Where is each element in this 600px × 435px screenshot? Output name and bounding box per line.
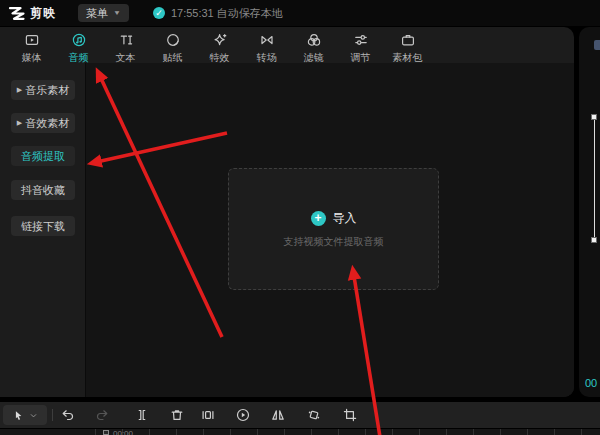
tab-filter[interactable]: 滤镜 <box>290 27 337 63</box>
media-icon <box>24 32 40 48</box>
import-label: 导入 <box>333 210 357 227</box>
player-panel: 00 <box>579 27 600 397</box>
clip-thumb-icon <box>103 430 109 435</box>
crop-button[interactable] <box>342 407 358 423</box>
cursor-icon <box>12 409 25 422</box>
crop-icon <box>342 407 358 423</box>
trash-icon <box>169 407 185 423</box>
autosave-check-icon: ✓ <box>153 7 165 19</box>
mirror-icon <box>270 407 286 423</box>
split-button[interactable] <box>134 407 150 423</box>
redo-icon <box>95 407 111 423</box>
timeline-ruler: 00:00 <box>95 429 600 435</box>
sidebar-item-label: 链接下载 <box>21 219 65 234</box>
text-icon <box>118 32 134 48</box>
selection-box-edge <box>594 117 595 240</box>
selection-handle[interactable] <box>591 114 597 120</box>
player-header-icon <box>594 40 600 50</box>
tab-effects[interactable]: 特效 <box>196 27 243 63</box>
expand-chevron-icon: ▶ <box>17 119 22 127</box>
tab-bar: 媒体音频文本贴纸特效转场滤镜调节素材包 <box>0 27 574 63</box>
chevron-down-icon: ▼ <box>113 9 121 16</box>
freeze-frame-icon <box>200 407 216 423</box>
audio-icon <box>71 32 87 48</box>
sidebar-item-label: 音乐素材 <box>25 83 69 98</box>
tab-package[interactable]: 素材包 <box>384 27 431 63</box>
import-hint: 支持视频文件提取音频 <box>284 235 384 249</box>
package-icon <box>400 32 416 48</box>
freeze-button[interactable] <box>200 407 216 423</box>
reverse-button[interactable] <box>235 407 251 423</box>
rotate-button[interactable] <box>306 407 322 423</box>
redo-button[interactable] <box>95 407 111 423</box>
top-bar: 剪映 菜单 ▼ ✓ 17:55:31 自动保存本地 <box>0 0 600 26</box>
expand-chevron-icon: ▶ <box>17 86 22 94</box>
tab-audio[interactable]: 音频 <box>55 27 102 63</box>
ruler-start-label: 00:00 <box>113 429 133 435</box>
sidebar-item-label: 音频提取 <box>21 149 65 164</box>
sidebar-item-label: 音效素材 <box>25 116 69 131</box>
tab-text[interactable]: 文本 <box>102 27 149 63</box>
split-icon <box>134 407 150 423</box>
delete-button[interactable] <box>169 407 185 423</box>
menu-label: 菜单 <box>86 6 108 21</box>
filter-icon <box>306 32 322 48</box>
select-tool-button[interactable] <box>3 405 47 425</box>
undo-button[interactable] <box>59 407 75 423</box>
tab-transition[interactable]: 转场 <box>243 27 290 63</box>
sticker-icon <box>165 32 181 48</box>
autosave-status: 17:55:31 自动保存本地 <box>171 6 283 21</box>
sidebar-item-sfx-material[interactable]: ▶音效素材 <box>11 113 75 133</box>
app-name: 剪映 <box>30 5 56 22</box>
app-logo-icon <box>8 6 25 21</box>
play-circle-icon <box>235 407 251 423</box>
toolbar-divider <box>52 409 53 421</box>
menu-button[interactable]: 菜单 ▼ <box>78 4 129 22</box>
resource-panel: 媒体音频文本贴纸特效转场滤镜调节素材包 ▶音乐素材▶音效素材音频提取抖音收藏链接… <box>0 27 574 397</box>
tab-sticker[interactable]: 贴纸 <box>149 27 196 63</box>
mirror-button[interactable] <box>270 407 286 423</box>
sidebar-item-label: 抖音收藏 <box>21 183 65 198</box>
import-row: + 导入 <box>311 210 357 227</box>
sidebar: ▶音乐素材▶音效素材音频提取抖音收藏链接下载 <box>0 63 86 397</box>
undo-icon <box>59 407 75 423</box>
timeline-toolbar <box>0 402 600 428</box>
autosave-status-group: ✓ 17:55:31 自动保存本地 <box>153 6 283 21</box>
tab-adjust[interactable]: 调节 <box>337 27 384 63</box>
timeline-strip[interactable]: 00:00 <box>0 429 600 435</box>
chevron-down-icon <box>29 411 38 420</box>
sidebar-item-music-material[interactable]: ▶音乐素材 <box>11 80 75 100</box>
sidebar-item-link-download[interactable]: 链接下载 <box>11 216 75 236</box>
adjust-icon <box>353 32 369 48</box>
plus-icon: + <box>311 211 326 226</box>
sidebar-item-audio-extract[interactable]: 音频提取 <box>11 146 75 166</box>
effects-icon <box>212 32 228 48</box>
rotate-icon <box>306 407 322 423</box>
panel-content: ▶音乐素材▶音效素材音频提取抖音收藏链接下载 + 导入 支持视频文件提取音频 <box>0 63 574 397</box>
sidebar-item-douyin-favorites[interactable]: 抖音收藏 <box>11 180 75 200</box>
main-area: + 导入 支持视频文件提取音频 <box>86 63 574 397</box>
selection-handle[interactable] <box>591 237 597 243</box>
transition-icon <box>259 32 275 48</box>
tab-media[interactable]: 媒体 <box>8 27 55 63</box>
import-dropzone[interactable]: + 导入 支持视频文件提取音频 <box>228 168 439 290</box>
player-timecode: 00 <box>585 377 597 389</box>
